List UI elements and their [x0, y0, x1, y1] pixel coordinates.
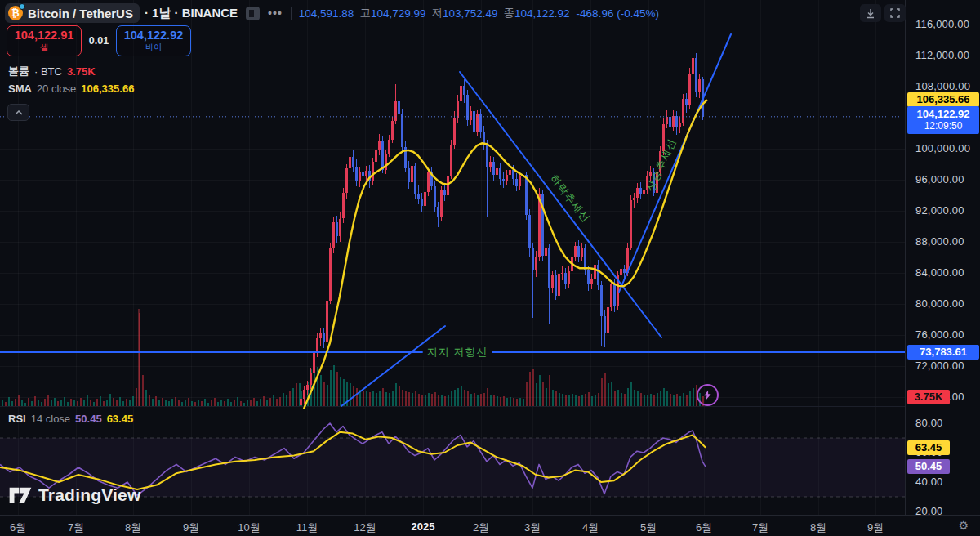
axis-settings-gear-icon[interactable]: ⚙ — [958, 519, 969, 532]
support-price-label: 73,783.61 — [907, 345, 979, 360]
ohlc-change: -468.96 (-0.45%) — [577, 7, 659, 20]
rsi-tick-label: 40.00 — [915, 476, 943, 488]
collapse-legend-button[interactable] — [7, 104, 29, 121]
price-tick-label: 80,000.00 — [915, 297, 964, 310]
time-tick-label: 6월 — [696, 520, 712, 535]
download-icon — [866, 8, 875, 19]
ohlc-high-label: 고 — [359, 6, 371, 20]
rsi-ma-value: 63.45 — [107, 413, 134, 425]
volume-indicator-name: 볼륨 — [8, 64, 29, 78]
time-tick-label: 11월 — [296, 520, 318, 535]
price-tick-label: 100,000.00 — [915, 142, 970, 154]
time-tick-label: 9월 — [183, 520, 199, 535]
sell-price: 104,122.91 — [7, 29, 81, 42]
time-tick-label: 3월 — [524, 520, 541, 535]
ohlc-readout: 104,591.88 고 104,729.99 저 103,752.49 종 1… — [299, 6, 659, 20]
rsi-tick-label: 80.00 — [915, 417, 943, 429]
chevron-up-icon — [15, 110, 23, 115]
lightning-button[interactable] — [697, 384, 719, 406]
volume-legend[interactable]: 볼륨 · BTC 3.75K — [8, 64, 96, 78]
time-tick-label: 6월 — [10, 520, 26, 535]
volume-indicator-sep: · BTC — [34, 65, 62, 78]
sma-legend[interactable]: SMA 20 close 106,335.66 — [8, 83, 134, 95]
watermark-text: TradingView — [38, 485, 141, 505]
rsi-indicator-name: RSI — [8, 413, 26, 425]
annotation-layer: 하락추세선 상승추세선 지지 저항선 — [0, 0, 905, 515]
last-price-label: 104,122.9212:09:50 — [907, 106, 979, 134]
sma-indicator-value: 106,335.66 — [81, 83, 134, 95]
bitcoin-icon: ₿ — [8, 6, 23, 20]
sma-indicator-name: SMA — [8, 83, 32, 95]
volume-indicator-value: 3.75K — [67, 65, 96, 78]
time-tick-label: 8월 — [125, 520, 141, 535]
fullscreen-icon — [890, 8, 900, 18]
time-tick-label: 4월 — [582, 520, 599, 535]
time-tick-label: 7월 — [68, 520, 84, 535]
price-tick-label: 92,000.00 — [915, 204, 964, 217]
sell-button[interactable]: 104,122.91 셀 — [7, 25, 82, 56]
buy-price: 104,122.92 — [117, 29, 190, 42]
time-tick-label: 2월 — [473, 520, 489, 535]
ohlc-high: 104,729.99 — [371, 7, 426, 20]
ohlc-close-label: 종 — [504, 6, 515, 20]
fullscreen-button[interactable] — [884, 4, 906, 22]
buy-label: 바이 — [117, 42, 190, 52]
exchange-badge-icon — [19, 3, 25, 10]
sma-indicator-params: 20 close — [37, 83, 76, 95]
rsi-legend[interactable]: RSI 14 close 50.45 63.45 — [8, 413, 133, 425]
downtrend-line-label[interactable]: 하락추세선 — [546, 172, 593, 226]
price-tick-label: 72,000.00 — [915, 360, 964, 372]
price-tick-label: 116,000.00 — [915, 18, 969, 30]
time-tick-label: 9월 — [867, 520, 884, 535]
ohlc-open: 104,591.88 — [299, 7, 354, 20]
sma-price-label: 106,335.66 — [907, 92, 979, 107]
uptrend-line-label[interactable]: 상승추세선 — [644, 136, 680, 194]
symbol-row: ₿ Bitcoin / TetherUS · 1날 · BINANCE ••• … — [5, 3, 659, 23]
price-axis[interactable]: 116,000.00112,000.00108,000.00100,000.00… — [905, 0, 980, 515]
price-tick-label: 96,000.00 — [915, 173, 964, 185]
rsi-indicator-value: 50.45 — [75, 413, 102, 425]
price-tick-label: 84,000.00 — [915, 266, 964, 279]
tradingview-logo-icon — [8, 485, 33, 505]
time-axis[interactable]: ⚙ 6월7월8월9월10월11월12월20252월3월4월5월6월7월8월9월 — [0, 515, 980, 536]
spread-value: 0.01 — [82, 35, 116, 47]
rsi-indicator-params: 14 close — [31, 413, 70, 425]
ohlc-close: 104,122.92 — [514, 7, 570, 20]
support-line-label[interactable]: 지지 저항선 — [423, 345, 492, 360]
ohlc-low-label: 저 — [431, 6, 443, 20]
flag-icon[interactable] — [246, 7, 260, 20]
time-tick-label: 8월 — [810, 520, 826, 535]
divider — [291, 7, 292, 20]
last-price-value: 104,122.92 — [907, 108, 979, 120]
price-tick-label: 112,000.00 — [915, 49, 969, 61]
price-tick-label: 108,000.00 — [915, 80, 970, 92]
tradingview-app: 하락추세선 상승추세선 지지 저항선 TradingView ₿ Bitcoin… — [0, 0, 980, 536]
download-button[interactable] — [860, 4, 881, 22]
trade-panel: 104,122.91 셀 0.01 104,122.92 바이 — [7, 25, 191, 56]
more-options-icon[interactable]: ••• — [268, 7, 283, 20]
ohlc-low: 103,752.49 — [443, 7, 498, 20]
tradingview-watermark: TradingView — [8, 485, 141, 505]
last-price-time: 12:09:50 — [907, 120, 979, 132]
time-tick-label: 5월 — [640, 520, 657, 535]
sell-label: 셀 — [7, 42, 81, 52]
price-tick-label: 88,000.00 — [915, 235, 964, 248]
buy-button[interactable]: 104,122.92 바이 — [116, 25, 191, 56]
volume-axis-label: 3.75K — [907, 390, 950, 404]
symbol-title: Bitcoin / TetherUS — [28, 7, 133, 20]
rsi-ma-axis-label: 63.45 — [907, 440, 950, 455]
time-tick-label: 2025 — [412, 520, 435, 533]
symbol-button[interactable]: ₿ Bitcoin / TetherUS — [5, 3, 140, 23]
rsi-axis-label: 50.45 — [907, 459, 950, 474]
lightning-icon — [702, 389, 713, 401]
time-tick-label: 10월 — [238, 520, 260, 535]
time-tick-label: 7월 — [752, 520, 768, 535]
time-tick-label: 12월 — [354, 520, 376, 535]
price-tick-label: 76,000.00 — [915, 328, 964, 341]
symbol-interval-exchange[interactable]: · 1날 · BINANCE — [145, 6, 238, 21]
